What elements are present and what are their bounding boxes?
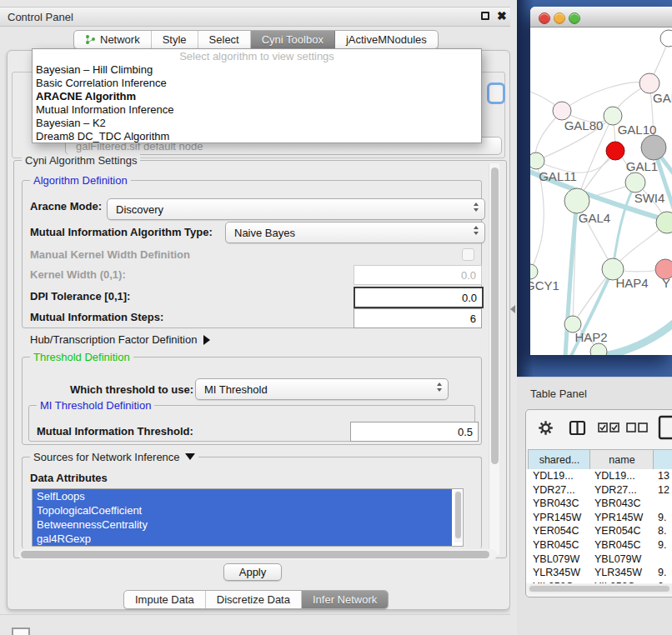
table-header-row: shared...nameA <box>526 449 672 468</box>
table-row[interactable]: YBR043CYBR043C <box>526 497 672 511</box>
table-cell: YLR345W <box>533 567 580 578</box>
node-label-gal80: GAL80 <box>564 118 604 132</box>
table-cell: YBR045C <box>594 539 641 551</box>
splitter-collapse-icon[interactable] <box>510 305 515 313</box>
tab-infer-network[interactable]: Infer Network <box>302 591 388 608</box>
settings-vertical-scrollbar[interactable] <box>489 163 499 555</box>
algorithm-option-bayesian-hill-climbing[interactable]: Bayesian – Hill Climbing <box>33 63 481 77</box>
kernel-width-field[interactable]: 0.0 <box>354 265 482 285</box>
gear-icon[interactable] <box>538 420 554 439</box>
network-edge[interactable] <box>562 82 649 111</box>
network-node-gcy1[interactable] <box>530 264 538 279</box>
network-node-gal4[interactable] <box>564 188 589 213</box>
zoom-traffic-light-icon[interactable] <box>569 12 580 24</box>
column-header-a[interactable]: A <box>653 449 672 470</box>
expander-expanded-icon[interactable] <box>185 453 195 460</box>
tab-network[interactable]: Network <box>74 31 152 48</box>
network-desktop: GALGAL80GAL10GAL1GAL11SWI4GAL4GCY1HAP4YH… <box>517 0 672 377</box>
algorithm-dropdown-popup: Select algorithm to view settings Bayesi… <box>32 48 482 143</box>
network-view-window[interactable]: GALGAL80GAL10GAL1GAL11SWI4GAL4GCY1HAP4YH… <box>530 7 672 355</box>
scrollbar-thumb[interactable] <box>455 492 461 538</box>
attribute-item-gal4rgexp[interactable]: gal4RGexp <box>33 532 452 546</box>
minimize-traffic-light-icon[interactable] <box>554 12 565 24</box>
network-node[interactable] <box>641 135 666 160</box>
network-node[interactable] <box>606 142 624 160</box>
network-node[interactable] <box>590 343 607 355</box>
mi-threshold-field[interactable]: 0.5 <box>350 422 479 442</box>
threshold-definition-title: Threshold Definition <box>30 351 133 363</box>
settings-horizontal-scrollbar[interactable] <box>18 549 497 560</box>
table-row[interactable]: YBR045CYBR045C9. <box>526 538 672 552</box>
column-header-shared[interactable]: shared... <box>528 449 591 470</box>
scrollbar-thumb[interactable] <box>491 168 499 464</box>
algorithm-option-basic-correlation-inference[interactable]: Basic Correlation Inference <box>33 77 481 90</box>
panel-splitter[interactable] <box>510 0 517 635</box>
attribute-item-betweennesscentrality[interactable]: BetweennessCentrality <box>33 518 452 532</box>
close-panel-icon[interactable]: ✖ <box>497 9 507 22</box>
algorithm-option-dream8-dc-tdc-algorithm[interactable]: Dream8 DC_TDC Algorithm <box>33 130 481 143</box>
sources-group-title: Sources for Network Inference <box>30 451 198 463</box>
network-edge[interactable] <box>613 184 635 269</box>
tab-label: Discretize Data <box>217 593 290 606</box>
tab-impute-data[interactable]: Impute Data <box>124 591 206 608</box>
algorithm-popup-list: Bayesian – Hill ClimbingBasic Correlatio… <box>33 63 481 143</box>
table-cell: 12 <box>658 484 669 496</box>
document-icon[interactable] <box>658 415 672 443</box>
table-row[interactable]: YIL052CYIL052C0 <box>526 580 672 583</box>
algorithm-option-bayesian-k2[interactable]: Bayesian – K2 <box>33 117 481 130</box>
select-all-checkboxes-icon[interactable] <box>598 422 619 437</box>
table-row[interactable]: YLR345WYLR345W9. <box>526 566 672 580</box>
table-row[interactable]: YPR145WYPR145W9. <box>526 511 672 525</box>
node-label-hap4: HAP4 <box>615 276 648 290</box>
network-window-titlebar[interactable] <box>530 7 672 28</box>
mi-type-combobox[interactable]: Naive Bayes <box>225 222 485 243</box>
which-threshold-combobox[interactable]: MI Threshold <box>195 378 449 400</box>
manual-kernel-checkbox[interactable] <box>462 248 474 261</box>
column-header-name[interactable]: name <box>589 449 654 470</box>
network-node-gal11[interactable] <box>530 152 544 169</box>
algorithm-option-mutual-information-inference[interactable]: Mutual Information Inference <box>33 103 481 117</box>
network-node-gal1[interactable] <box>625 172 645 192</box>
tab-style[interactable]: Style <box>152 31 198 48</box>
tab-cyni-toolbox[interactable]: Cyni Toolbox <box>251 31 335 48</box>
tab-discretize-data[interactable]: Discretize Data <box>206 591 302 608</box>
deselect-checkboxes-icon[interactable] <box>626 422 648 437</box>
attribute-item-selfloops[interactable]: SelfLoops <box>33 489 452 503</box>
aracne-mode-combobox[interactable]: Discovery <box>107 198 485 220</box>
close-traffic-light-icon[interactable] <box>539 12 550 24</box>
split-panel-icon[interactable] <box>569 420 586 439</box>
mi-steps-field[interactable]: 6 <box>354 308 482 328</box>
table-cell: YBL079W <box>594 553 641 565</box>
attribute-item-topologicalcoefficient[interactable]: TopologicalCoefficient <box>33 503 452 518</box>
collapsed-panel-icon[interactable] <box>12 628 30 635</box>
attributes-scrollbar[interactable] <box>454 491 462 542</box>
table-cell: 13 <box>658 470 669 482</box>
table-cell: YBR045C <box>533 539 579 551</box>
apply-button[interactable]: Apply <box>223 563 282 581</box>
network-canvas[interactable]: GALGAL80GAL10GAL1GAL11SWI4GAL4GCY1HAP4YH… <box>530 28 672 355</box>
algorithm-combobox-focus-ring[interactable] <box>487 82 505 104</box>
table-row[interactable]: YDL19...YDL19...13 <box>526 469 672 483</box>
kernel-width-label: Kernel Width (0,1): <box>30 268 126 281</box>
network-icon <box>85 34 96 45</box>
data-attributes-list[interactable]: SelfLoopsTopologicalCoefficientBetweenne… <box>32 488 464 547</box>
table-horizontal-scrollbar[interactable] <box>528 584 672 593</box>
table-row[interactable]: YER054CYER054C8. <box>526 524 672 538</box>
network-node[interactable] <box>660 30 672 47</box>
mi-type-value: Naive Bayes <box>234 227 295 239</box>
float-window-icon[interactable] <box>481 12 489 20</box>
table-row[interactable]: YDR27...YDR27...12 <box>526 483 672 498</box>
scrollbar-thumb[interactable] <box>21 551 489 558</box>
tab-select[interactable]: Select <box>198 31 251 48</box>
settings-group-title: Cyni Algorithm Settings <box>22 154 140 167</box>
tab-jactivemnodules[interactable]: jActiveMNodules <box>335 31 438 48</box>
table-cell: YDR27... <box>594 484 637 496</box>
tab-label: Select <box>209 33 239 46</box>
table-cell: YDL19... <box>533 470 574 482</box>
algorithm-option-aracne-algorithm[interactable]: ARACNE Algorithm <box>33 90 481 103</box>
scrollbar-thumb[interactable] <box>529 586 669 592</box>
hub-definition-expander[interactable]: Hub/Transcription Factor Definition <box>30 333 210 346</box>
network-node-gal80[interactable] <box>553 102 571 120</box>
dpi-tolerance-field[interactable]: 0.0 <box>354 287 484 308</box>
table-row[interactable]: YBL079WYBL079W <box>526 552 672 567</box>
